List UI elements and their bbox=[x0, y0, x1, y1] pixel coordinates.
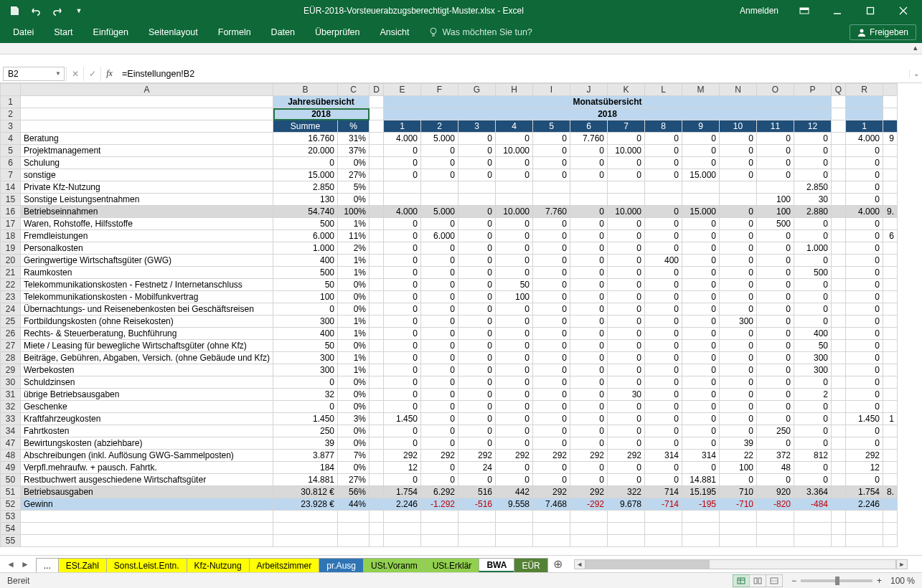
cell[interactable] bbox=[832, 279, 846, 291]
cell[interactable] bbox=[496, 194, 533, 206]
cell[interactable] bbox=[370, 303, 384, 316]
cell[interactable] bbox=[832, 291, 846, 303]
cell[interactable] bbox=[421, 535, 458, 547]
cell[interactable]: 292 bbox=[533, 486, 570, 498]
cell[interactable] bbox=[883, 340, 898, 352]
sheet-tab-bwa[interactable]: BWA bbox=[479, 558, 514, 572]
cell[interactable]: 0 bbox=[570, 376, 608, 389]
cell[interactable]: 0 bbox=[421, 352, 458, 364]
cell[interactable]: 0 bbox=[384, 169, 421, 181]
cell[interactable]: 0 bbox=[384, 303, 421, 316]
zoom-slider[interactable] bbox=[801, 579, 872, 582]
col-month-7[interactable]: 7 bbox=[608, 120, 645, 133]
row-header[interactable]: 4 bbox=[1, 133, 21, 145]
row-header[interactable]: 50 bbox=[1, 474, 21, 486]
cell-sum[interactable]: 14.881 bbox=[273, 474, 338, 486]
cell[interactable]: 0 bbox=[720, 425, 757, 437]
cell-sum[interactable]: 3.877 bbox=[273, 450, 338, 462]
row-header[interactable]: 30 bbox=[1, 376, 21, 389]
view-page-break-icon[interactable] bbox=[766, 574, 783, 587]
cell-pct[interactable]: 56% bbox=[338, 486, 370, 498]
zoom-in-icon[interactable]: + bbox=[877, 576, 882, 586]
cell[interactable]: 1 bbox=[883, 413, 898, 425]
cell[interactable] bbox=[608, 523, 645, 535]
cell[interactable] bbox=[883, 194, 898, 206]
cell[interactable]: 0 bbox=[794, 169, 832, 181]
cell[interactable]: 0 bbox=[496, 474, 533, 486]
cell[interactable]: 0 bbox=[570, 352, 608, 364]
cell[interactable] bbox=[883, 145, 898, 157]
cell[interactable]: 6.000 bbox=[421, 230, 458, 242]
cell[interactable] bbox=[832, 303, 846, 316]
cell[interactable]: 0 bbox=[608, 303, 645, 316]
row-label[interactable]: Gewinn bbox=[21, 498, 273, 511]
row-label[interactable]: Sonstige Leistungsentnahmen bbox=[21, 194, 273, 206]
col-header-B[interactable]: B bbox=[273, 84, 338, 96]
cell[interactable]: 48 bbox=[757, 462, 794, 474]
col-month-1[interactable]: 1 bbox=[384, 120, 421, 133]
cell[interactable]: 0 bbox=[384, 376, 421, 389]
cell[interactable]: 0 bbox=[384, 389, 421, 401]
cell[interactable]: 0 bbox=[496, 255, 533, 267]
cell-pct[interactable]: 0% bbox=[338, 194, 370, 206]
cell[interactable] bbox=[370, 462, 384, 474]
cell[interactable] bbox=[370, 511, 384, 523]
cell[interactable] bbox=[832, 145, 846, 157]
cell-pct[interactable]: 1% bbox=[338, 352, 370, 364]
cell[interactable]: 0 bbox=[846, 389, 883, 401]
row-label[interactable]: Geschenke bbox=[21, 401, 273, 413]
cell[interactable]: 0 bbox=[384, 267, 421, 279]
cell[interactable]: 0 bbox=[608, 316, 645, 328]
cell[interactable] bbox=[883, 108, 898, 120]
cell[interactable]: 9.558 bbox=[496, 498, 533, 511]
cell-pct[interactable]: 31% bbox=[338, 133, 370, 145]
cell[interactable]: 0 bbox=[496, 230, 533, 242]
cell[interactable] bbox=[832, 206, 846, 218]
cell[interactable]: 0 bbox=[496, 352, 533, 364]
row-header[interactable]: 1 bbox=[1, 96, 21, 108]
cell[interactable]: 0 bbox=[570, 316, 608, 328]
year-jahres[interactable]: 2018 bbox=[273, 108, 370, 120]
cell[interactable]: 2.246 bbox=[846, 498, 883, 511]
cell[interactable]: 0 bbox=[608, 133, 645, 145]
cell[interactable]: 12 bbox=[384, 462, 421, 474]
add-sheet-icon[interactable]: ⊕ bbox=[547, 557, 568, 571]
cell-sum[interactable]: 23.928 € bbox=[273, 498, 338, 511]
cell[interactable]: 0 bbox=[846, 352, 883, 364]
cell[interactable] bbox=[384, 511, 421, 523]
cell[interactable]: 0 bbox=[570, 413, 608, 425]
cell[interactable] bbox=[883, 328, 898, 340]
cell[interactable] bbox=[757, 523, 794, 535]
cell[interactable] bbox=[370, 401, 384, 413]
cell[interactable]: 15.000 bbox=[682, 169, 720, 181]
cell-pct[interactable]: 1% bbox=[338, 267, 370, 279]
cell[interactable]: 0 bbox=[421, 364, 458, 376]
row-label[interactable]: Abschreibungen (inkl. Auflösung GWG-Samm… bbox=[21, 450, 273, 462]
cell[interactable]: 0 bbox=[533, 376, 570, 389]
cell[interactable] bbox=[832, 511, 846, 523]
cell-sum[interactable]: 30.812 € bbox=[273, 486, 338, 498]
col-month-10[interactable]: 10 bbox=[720, 120, 757, 133]
cell[interactable]: 0 bbox=[496, 267, 533, 279]
cell[interactable]: 812 bbox=[794, 450, 832, 462]
cell[interactable] bbox=[533, 511, 570, 523]
cell[interactable]: 0 bbox=[682, 279, 720, 291]
cell[interactable] bbox=[370, 242, 384, 255]
cell[interactable]: 0 bbox=[794, 462, 832, 474]
cell[interactable]: 0 bbox=[496, 401, 533, 413]
cell[interactable]: 0 bbox=[458, 437, 496, 450]
cell[interactable]: 292 bbox=[421, 450, 458, 462]
cell-sum[interactable]: 500 bbox=[273, 218, 338, 230]
row-header[interactable]: 18 bbox=[1, 230, 21, 242]
cell[interactable]: 0 bbox=[645, 133, 682, 145]
cell[interactable]: 0 bbox=[496, 242, 533, 255]
row-header[interactable]: 53 bbox=[1, 511, 21, 523]
cell[interactable]: 0 bbox=[533, 352, 570, 364]
col-header-I[interactable]: I bbox=[533, 84, 570, 96]
row-label[interactable]: Übernachtungs- und Reisenebenkosten bei … bbox=[21, 303, 273, 316]
cell-pct[interactable]: 5% bbox=[338, 181, 370, 194]
cell[interactable]: 0 bbox=[496, 389, 533, 401]
cell[interactable] bbox=[370, 328, 384, 340]
cell[interactable]: 0 bbox=[682, 462, 720, 474]
cell[interactable] bbox=[832, 352, 846, 364]
